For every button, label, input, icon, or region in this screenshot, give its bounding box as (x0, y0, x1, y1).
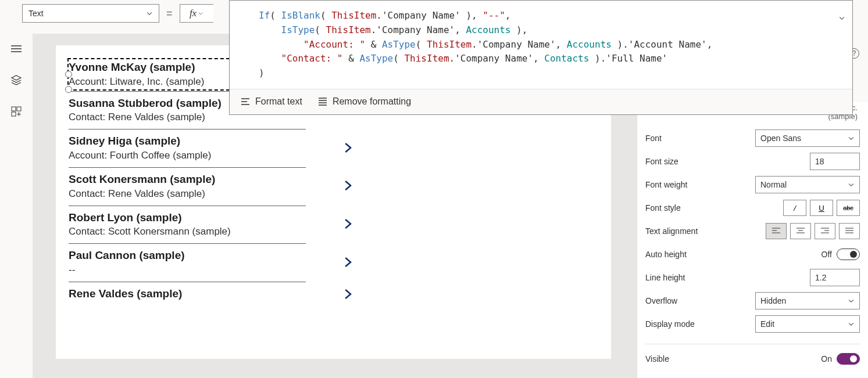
properties-panel: Text Account: Litware, Inc. (sample) Fon… (637, 102, 868, 378)
text-align-group (766, 223, 860, 239)
list-item-title: Sidney Higa (sample) (69, 134, 306, 149)
overflow-value: Hidden (760, 296, 786, 305)
prop-displaymode-label: Display mode (645, 319, 695, 329)
prop-fontstyle-label: Font style (645, 203, 681, 213)
italic-button[interactable]: / (783, 200, 806, 216)
display-mode-select[interactable]: Edit (755, 315, 860, 333)
svg-rect-3 (17, 107, 21, 111)
underline-button[interactable]: U (810, 200, 833, 216)
format-text-icon (240, 96, 251, 107)
formula-toolbar: Format text Remove formatting (230, 89, 852, 114)
prop-autoheight-label: Auto height (645, 250, 687, 259)
prop-align-label: Text alignment (645, 226, 698, 236)
equals-sign: = (166, 8, 173, 20)
line-height-value: 1.2 (815, 273, 826, 282)
remove-formatting-icon (317, 96, 328, 107)
align-justify-button[interactable] (839, 223, 860, 239)
formula-code[interactable]: If( IsBlank( ThisItem.'Company Name' ), … (230, 1, 852, 89)
list-item[interactable]: Paul Cannon (sample)-- (69, 244, 306, 282)
align-left-button[interactable] (766, 223, 787, 239)
format-text-label: Format text (255, 96, 302, 107)
list-item-subtitle: Contact: Rene Valdes (sample) (69, 188, 306, 200)
chevron-down-icon (848, 297, 855, 304)
layers-icon[interactable] (9, 73, 23, 87)
line-height-input[interactable]: 1.2 (810, 269, 860, 286)
property-selector[interactable]: Text (22, 4, 159, 23)
font-select-value: Open Sans (760, 134, 801, 143)
font-weight-select[interactable]: Normal (755, 176, 860, 193)
remove-formatting-button[interactable]: Remove formatting (315, 94, 413, 109)
list-item[interactable]: Scott Konersmann (sample)Contact: Rene V… (69, 168, 306, 206)
chevron-right-icon[interactable] (342, 289, 353, 302)
chevron-down-icon (146, 10, 153, 17)
formula-editor[interactable]: If( IsBlank( ThisItem.'Company Name' ), … (229, 0, 853, 115)
display-mode-value: Edit (760, 319, 774, 329)
visible-value: On (821, 354, 832, 363)
chevron-down-icon (848, 181, 855, 188)
list-item[interactable]: Sidney Higa (sample)Account: Fourth Coff… (69, 129, 306, 168)
svg-rect-4 (12, 112, 16, 116)
prop-font-label: Font (645, 134, 662, 143)
list-item-title: Scott Konersmann (sample) (69, 172, 306, 187)
fx-button[interactable]: fx (180, 4, 213, 23)
insert-icon[interactable] (9, 105, 23, 118)
prop-fontsize-label: Font size (645, 157, 678, 166)
prop-lineheight-label: Line height (645, 273, 685, 282)
list-item-title: Robert Lyon (sample) (69, 211, 306, 225)
chevron-down-icon[interactable] (838, 15, 845, 21)
font-size-input[interactable]: 18 (810, 153, 860, 170)
left-nav-rail (0, 34, 33, 378)
align-right-button[interactable] (815, 223, 835, 239)
chevron-down-icon (848, 321, 855, 327)
list-item-subtitle: -- (69, 264, 306, 276)
strikethrough-button[interactable]: abc (837, 200, 860, 216)
property-selector-value: Text (28, 9, 44, 18)
prop-visible-label: Visible (645, 354, 669, 363)
svg-rect-2 (12, 107, 16, 111)
overflow-select[interactable]: Hidden (755, 292, 860, 309)
visible-toggle[interactable] (837, 353, 860, 365)
list-item-title: Rene Valdes (sample) (69, 287, 306, 301)
font-select[interactable]: Open Sans (755, 129, 860, 147)
font-weight-value: Normal (760, 180, 787, 189)
list-item[interactable]: Robert Lyon (sample)Contact: Scott Koner… (69, 206, 306, 244)
chevron-right-icon[interactable] (342, 256, 353, 269)
fx-icon: fx (190, 8, 197, 19)
tree-view-icon[interactable] (9, 42, 23, 56)
prop-fontweight-label: Font weight (645, 180, 687, 189)
remove-formatting-label: Remove formatting (333, 96, 411, 107)
chevron-right-icon[interactable] (342, 218, 353, 232)
font-style-group: / U abc (783, 200, 860, 216)
list-item-subtitle: Contact: Scott Konersmann (sample) (69, 226, 306, 237)
format-text-button[interactable]: Format text (238, 94, 305, 109)
chevron-right-icon[interactable] (342, 142, 353, 155)
auto-height-value: Off (821, 250, 832, 259)
font-size-value: 18 (815, 157, 824, 166)
chevron-right-icon[interactable] (342, 180, 353, 193)
list-item-title: Paul Cannon (sample) (69, 249, 306, 263)
align-center-button[interactable] (790, 223, 811, 239)
list-item[interactable]: Rene Valdes (sample) (69, 282, 306, 308)
chevron-down-icon (198, 10, 203, 16)
list-item-subtitle: Account: Fourth Coffee (sample) (69, 150, 306, 161)
chevron-down-icon (848, 135, 855, 142)
prop-overflow-label: Overflow (645, 296, 677, 305)
auto-height-toggle[interactable] (837, 249, 860, 260)
